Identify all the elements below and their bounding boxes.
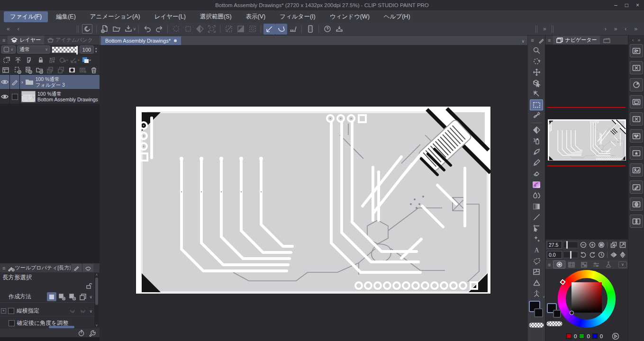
flip-horizontal-icon[interactable] [609,251,617,259]
new-canvas-icon[interactable] [99,24,111,35]
delete-layer-icon[interactable] [89,65,99,74]
auto-select-tool[interactable] [530,89,543,99]
transparent-color-chip[interactable] [546,321,562,326]
open-file-icon[interactable] [111,24,123,35]
opacity-value-box[interactable]: 100 [80,45,94,54]
minimize-button[interactable]: – [614,2,617,9]
opacity-spinner[interactable]: ▴▾ [95,46,97,53]
rotation-value[interactable]: 0.0 [547,251,562,259]
menu-selection[interactable]: 選択範囲(S) [194,11,238,22]
tab-color-slider[interactable] [565,260,578,269]
sub-view-palette-icon[interactable] [630,146,643,160]
selection-tool[interactable] [530,99,543,110]
navigator-thumbnail[interactable] [548,119,626,161]
spin-up-icon[interactable]: ▴ [95,46,97,50]
tool-property-dock-icon[interactable] [630,95,643,108]
opacity-slider-handle[interactable] [76,46,78,54]
blend-tool[interactable] [530,190,543,201]
zoom-value[interactable]: 27.5 [547,241,562,249]
blend-mode-select[interactable]: 通常∨ [17,45,50,54]
move-layer-tool[interactable] [530,67,543,78]
navigator-menu-icon[interactable]: ≡ [545,37,553,43]
tool-property-menu-icon[interactable]: ≡ [0,265,8,271]
zoom-tool[interactable] [530,45,543,56]
dock-open-icon[interactable]: ‹ [632,37,634,43]
clip-to-layer-below-icon[interactable] [1,55,12,64]
menu-animation[interactable]: アニメーション(A) [84,11,146,22]
tab-navigator[interactable]: ナビゲーター [553,36,600,45]
unlock-icon[interactable] [86,283,92,289]
aspect-pixel-icon[interactable]: Px [78,306,88,315]
snap-to-grid-icon[interactable] [287,24,299,35]
decoration-tool[interactable] [530,179,543,190]
lock-layer-icon[interactable] [35,55,46,64]
layer-palette-menu-icon[interactable]: ≡ [0,37,8,43]
layer-edit-target-icon[interactable] [10,75,20,89]
tab-color-history[interactable] [602,260,615,269]
brush-size-palette-icon[interactable] [630,112,643,126]
sub-tool-palette-icon[interactable] [630,78,643,91]
symmetry-tool[interactable]: ∨ [530,288,543,299]
scroll-up-icon[interactable]: ∧ [95,273,98,277]
toolbar-overflow-icon[interactable]: » [539,26,550,32]
menu-view[interactable]: 表示(V) [240,11,272,22]
help-icon[interactable] [321,24,333,35]
tab-layers[interactable]: レイヤー [8,36,44,45]
saturation-value-square[interactable] [571,282,602,313]
border-selection-icon[interactable] [246,24,258,35]
quick-access-palette-icon[interactable] [630,44,643,57]
spin-down-icon[interactable]: ▾ [95,50,97,53]
draft-layer-icon[interactable] [24,55,35,64]
select-from-selection-icon[interactable] [78,292,88,301]
canvas-tab-list-icon[interactable]: ∨ [521,39,525,44]
operation-tool[interactable] [530,78,543,89]
tab-timeline[interactable] [600,36,614,45]
tab-color-wheel[interactable] [553,260,565,269]
expand-selection-icon[interactable] [206,24,218,35]
clear-outside-selection-icon[interactable] [235,24,246,35]
ruler-tool[interactable] [530,277,543,288]
gradient-tool[interactable] [530,201,543,212]
collapse-left-icon[interactable]: « [3,26,14,32]
rotation-slider-handle[interactable] [570,251,571,259]
new-selection-icon[interactable] [47,292,56,301]
aspect-percent-icon[interactable]: % [68,306,77,315]
color-panel-expand-icon[interactable]: ∨ [618,261,627,268]
color-panel-menu-icon[interactable]: ≡ [545,262,553,268]
fill-tool[interactable] [530,125,543,135]
layer-visibility-icon[interactable] [0,90,10,104]
clear-selection-icon[interactable] [223,24,235,35]
rotation-slider[interactable] [563,251,578,258]
clip-studio-logo-icon[interactable] [82,24,92,34]
menu-help[interactable]: ヘルプ(H) [378,11,417,22]
lock-transparent-pixels-icon[interactable] [46,55,57,64]
rotate-right-icon[interactable] [588,251,596,259]
pencil-tool[interactable] [530,157,543,168]
menu-filter[interactable]: フィルター(I) [273,11,321,22]
tab-color-set[interactable] [578,260,590,269]
figure-tool[interactable] [530,212,543,223]
aspect-expand-icon[interactable]: ∨ [89,309,92,314]
canvas-tab[interactable]: Bottom Assembly Drawings* [101,36,181,45]
tool-palette-menu-icon[interactable]: ≡ [528,37,536,43]
creation-method-expand-icon[interactable]: ∨ [89,295,92,299]
rotate-left-icon[interactable] [579,251,587,259]
reselect-icon[interactable] [182,24,194,35]
color-mode-toggle-icon[interactable] [612,332,619,340]
layer-row-body[interactable]: 100 %通常 Bottom Assembly Drawings [20,90,100,104]
expand-option-icon[interactable]: + [1,308,6,314]
tab-intermediate-color[interactable] [590,260,602,269]
tab-item-bank[interactable]: アイテムバンク [44,36,96,45]
airbrush-tool[interactable] [530,135,543,146]
layer-row-drawing[interactable]: 100 %通常 Bottom Assembly Drawings [0,89,100,104]
tools-scroll-down-icon[interactable]: ∨ [543,295,545,299]
tab-color-mix-icon[interactable] [82,264,93,272]
collapse-left2-icon[interactable]: ‹ [14,26,23,32]
close-button[interactable]: × [636,2,639,9]
layer-checkbox[interactable] [10,90,20,104]
sub-color-chip[interactable] [553,310,561,318]
canvas-viewport[interactable] [100,45,527,341]
subtract-selection-icon[interactable] [68,292,77,301]
aspect-checkbox[interactable] [8,308,14,314]
maximize-button[interactable]: □ [625,2,628,9]
